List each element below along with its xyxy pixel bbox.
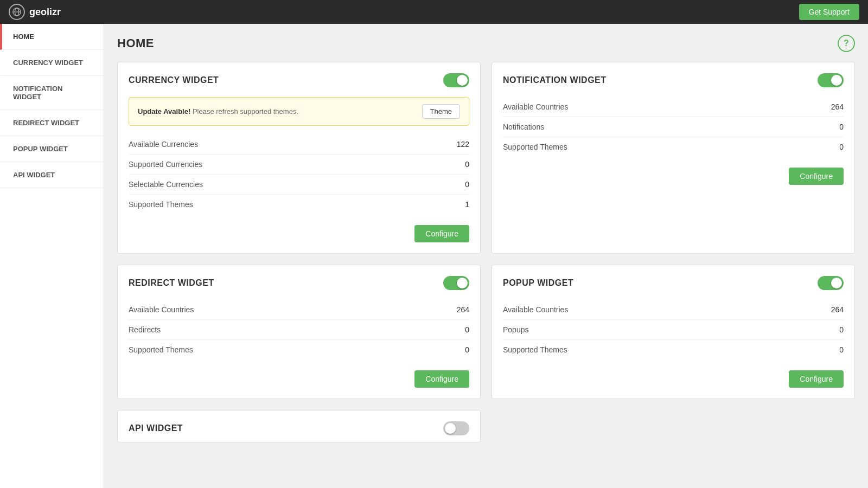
redirect-widget-toggle[interactable] <box>443 276 469 290</box>
stat-value: 0 <box>465 325 469 334</box>
stat-row: Supported Currencies 0 <box>129 155 469 175</box>
sidebar-item-home[interactable]: HOME <box>0 24 104 50</box>
redirect-widget-header: REDIRECT WIDGET <box>129 276 469 290</box>
popup-stats: Available Countries 264 Popups 0 Support… <box>503 300 844 359</box>
toggle-knob <box>457 75 468 86</box>
sidebar-item-popup[interactable]: POPUP WIDGET <box>0 136 104 162</box>
topnav: geolizr Get Support <box>0 0 868 24</box>
currency-widget-header: CURRENCY WIDGET <box>129 73 469 87</box>
stat-row: Redirects 0 <box>129 320 469 340</box>
popup-widget-card: POPUP WIDGET Available Countries 264 Pop… <box>492 265 855 399</box>
stat-label: Available Countries <box>503 305 568 314</box>
currency-widget-toggle[interactable] <box>443 73 469 87</box>
stat-value: 1 <box>465 200 469 209</box>
currency-configure-button[interactable]: Configure <box>414 225 469 242</box>
stat-value: 0 <box>465 345 469 354</box>
sidebar-item-redirect[interactable]: REDIRECT WIDGET <box>0 110 104 136</box>
stat-value: 264 <box>831 102 844 111</box>
currency-stats: Available Currencies 122 Supported Curre… <box>129 134 469 214</box>
stat-value: 264 <box>831 305 844 314</box>
redirect-widget-card: REDIRECT WIDGET Available Countries 264 … <box>117 265 481 399</box>
stat-label: Supported Themes <box>129 345 193 354</box>
stat-label: Supported Themes <box>129 200 193 209</box>
stat-value: 122 <box>457 140 469 149</box>
notification-stats: Available Countries 264 Notifications 0 … <box>503 97 844 157</box>
stat-row: Available Countries 264 <box>503 97 844 117</box>
logo: geolizr <box>9 4 61 20</box>
stat-row: Supported Themes 0 <box>503 137 844 157</box>
sidebar-item-notification[interactable]: NOTIFICATION WIDGET <box>0 76 104 110</box>
stat-label: Available Countries <box>129 305 194 314</box>
popup-configure-button[interactable]: Configure <box>789 370 844 388</box>
popup-widget-toggle[interactable] <box>818 276 844 290</box>
currency-widget-card: CURRENCY WIDGET Update Avaible! Please r… <box>117 62 481 254</box>
currency-alert-box: Update Avaible! Please refresh supported… <box>129 97 469 126</box>
stat-row: Popups 0 <box>503 320 844 340</box>
toggle-knob <box>457 278 468 288</box>
notification-card-footer: Configure <box>503 168 844 185</box>
notification-widget-toggle[interactable] <box>818 73 844 87</box>
page-header: HOME ? <box>117 35 855 52</box>
notification-widget-title: NOTIFICATION WIDGET <box>503 75 607 85</box>
sidebar: HOME CURRENCY WIDGET NOTIFICATION WIDGET… <box>0 24 104 488</box>
theme-button[interactable]: Theme <box>422 104 460 119</box>
api-widget-header: API WIDGET <box>129 421 469 435</box>
redirect-card-footer: Configure <box>129 370 469 388</box>
sidebar-item-api[interactable]: API WIDGET <box>0 162 104 188</box>
widget-grid: CURRENCY WIDGET Update Avaible! Please r… <box>117 62 855 442</box>
redirect-configure-button[interactable]: Configure <box>414 370 469 388</box>
stat-label: Supported Themes <box>503 345 567 354</box>
sidebar-item-currency[interactable]: CURRENCY WIDGET <box>0 50 104 76</box>
logo-icon <box>9 4 25 20</box>
stat-label: Available Countries <box>503 102 568 111</box>
help-icon[interactable]: ? <box>838 35 855 52</box>
toggle-knob <box>831 75 842 86</box>
popup-card-footer: Configure <box>503 370 844 388</box>
stat-value: 0 <box>839 123 844 131</box>
stat-row: Notifications 0 <box>503 117 844 137</box>
stat-value: 0 <box>839 345 844 354</box>
popup-widget-title: POPUP WIDGET <box>503 278 573 288</box>
stat-row: Available Countries 264 <box>503 300 844 320</box>
stat-row: Selectable Currencies 0 <box>129 175 469 195</box>
currency-alert-text: Update Avaible! Please refresh supported… <box>138 107 298 115</box>
popup-widget-header: POPUP WIDGET <box>503 276 844 290</box>
stat-label: Supported Currencies <box>129 160 202 169</box>
toggle-knob <box>831 278 842 288</box>
stat-value: 0 <box>465 180 469 189</box>
app-layout: HOME CURRENCY WIDGET NOTIFICATION WIDGET… <box>0 24 868 488</box>
api-widget-toggle[interactable] <box>443 421 469 435</box>
stat-row: Supported Themes 0 <box>129 340 469 359</box>
redirect-stats: Available Countries 264 Redirects 0 Supp… <box>129 300 469 359</box>
notification-configure-button[interactable]: Configure <box>789 168 844 185</box>
stat-value: 264 <box>457 305 469 314</box>
redirect-widget-title: REDIRECT WIDGET <box>129 278 214 288</box>
notification-widget-header: NOTIFICATION WIDGET <box>503 73 844 87</box>
currency-card-footer: Configure <box>129 225 469 242</box>
currency-widget-title: CURRENCY WIDGET <box>129 75 219 85</box>
get-support-button[interactable]: Get Support <box>799 4 860 20</box>
api-widget-card: API WIDGET <box>117 410 481 442</box>
notification-widget-card: NOTIFICATION WIDGET Available Countries … <box>492 62 855 254</box>
page-title: HOME <box>117 36 154 50</box>
stat-value: 0 <box>839 143 844 151</box>
stat-row: Supported Themes 1 <box>129 195 469 214</box>
stat-row: Supported Themes 0 <box>503 340 844 359</box>
stat-label: Supported Themes <box>503 143 567 151</box>
stat-label: Popups <box>503 325 528 334</box>
toggle-knob <box>445 423 456 434</box>
main-content: HOME ? CURRENCY WIDGET Update Avaible! P… <box>104 24 868 488</box>
api-widget-title: API WIDGET <box>129 423 183 433</box>
stat-row: Available Currencies 122 <box>129 134 469 155</box>
logo-text: geolizr <box>29 7 61 18</box>
stat-value: 0 <box>839 325 844 334</box>
stat-label: Selectable Currencies <box>129 180 203 189</box>
stat-label: Available Currencies <box>129 140 198 149</box>
stat-label: Notifications <box>503 123 544 131</box>
stat-label: Redirects <box>129 325 161 334</box>
stat-row: Available Countries 264 <box>129 300 469 320</box>
stat-value: 0 <box>465 160 469 169</box>
currency-alert-strong: Update Avaible! <box>138 107 190 115</box>
